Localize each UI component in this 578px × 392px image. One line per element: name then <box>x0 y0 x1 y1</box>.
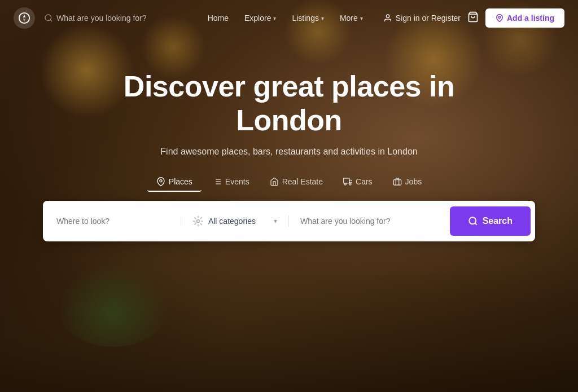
sign-in-button[interactable]: Sign in or Register <box>383 14 461 23</box>
car-icon <box>343 177 352 186</box>
cat-tab-real-estate[interactable]: Real Estate <box>261 173 332 192</box>
svg-rect-14 <box>344 178 349 183</box>
briefcase-icon <box>393 177 402 186</box>
compass-icon <box>18 12 30 24</box>
user-icon <box>383 14 392 23</box>
search-icon <box>44 14 53 23</box>
search-location-field[interactable] <box>56 217 181 226</box>
search-category-dropdown[interactable]: All categories ▾ <box>181 215 289 227</box>
svg-point-4 <box>386 15 389 17</box>
svg-marker-2 <box>23 18 26 21</box>
svg-point-18 <box>196 219 199 222</box>
cart-icon <box>467 11 479 23</box>
hero-title: Discover great places in London <box>97 70 481 138</box>
svg-point-16 <box>349 183 351 184</box>
cat-tab-jobs[interactable]: Jobs <box>384 173 431 192</box>
category-label: All categories <box>208 217 256 226</box>
hero-greenery <box>56 262 169 347</box>
nav-actions: Sign in or Register Add a listing <box>383 8 564 28</box>
search-keyword-input[interactable] <box>300 217 439 226</box>
hero-content: Discover great places in London Find awe… <box>0 36 578 241</box>
category-icon <box>192 215 204 227</box>
cat-tab-cars[interactable]: Cars <box>334 173 382 192</box>
nav-listings[interactable]: Listings ▾ <box>285 9 330 27</box>
nav-more[interactable]: More ▾ <box>333 9 370 27</box>
nav-links: Home Explore ▾ Listings ▾ More ▾ <box>201 9 370 27</box>
search-keyword-field[interactable] <box>289 216 450 226</box>
cat-tab-places[interactable]: Places <box>147 173 202 192</box>
svg-marker-1 <box>23 15 26 18</box>
cart-button[interactable] <box>467 11 479 25</box>
hero-subtitle: Find awesome places, bars, restaurants a… <box>160 147 417 157</box>
svg-point-15 <box>344 183 346 184</box>
chevron-down-icon: ▾ <box>273 15 276 21</box>
chevron-down-icon: ▾ <box>321 15 324 21</box>
list-icon <box>213 177 222 186</box>
svg-point-6 <box>498 16 501 18</box>
svg-rect-17 <box>393 179 401 184</box>
svg-point-7 <box>160 179 162 182</box>
cat-tab-events[interactable]: Events <box>204 173 259 192</box>
add-listing-button[interactable]: Add a listing <box>485 8 564 28</box>
chevron-down-icon: ▾ <box>360 15 363 21</box>
navbar: What are you looking for? Home Explore ▾… <box>0 0 578 36</box>
search-location-input[interactable] <box>56 217 172 226</box>
nav-search-bar[interactable]: What are you looking for? <box>44 14 147 23</box>
home-icon <box>270 177 279 186</box>
svg-point-19 <box>469 217 476 224</box>
search-button[interactable]: Search <box>450 206 531 236</box>
search-box: All categories ▾ Search <box>43 201 535 241</box>
site-logo[interactable] <box>14 7 35 29</box>
nav-search-placeholder: What are you looking for? <box>56 14 147 23</box>
nav-explore[interactable]: Explore ▾ <box>238 9 283 27</box>
nav-home[interactable]: Home <box>201 9 235 27</box>
chevron-down-icon: ▾ <box>274 217 277 225</box>
category-tabs: Places Events Real Estate <box>147 173 431 192</box>
search-icon <box>468 216 478 226</box>
location-pin-icon <box>496 14 503 22</box>
svg-point-3 <box>45 15 51 21</box>
location-pin-icon <box>156 177 165 186</box>
